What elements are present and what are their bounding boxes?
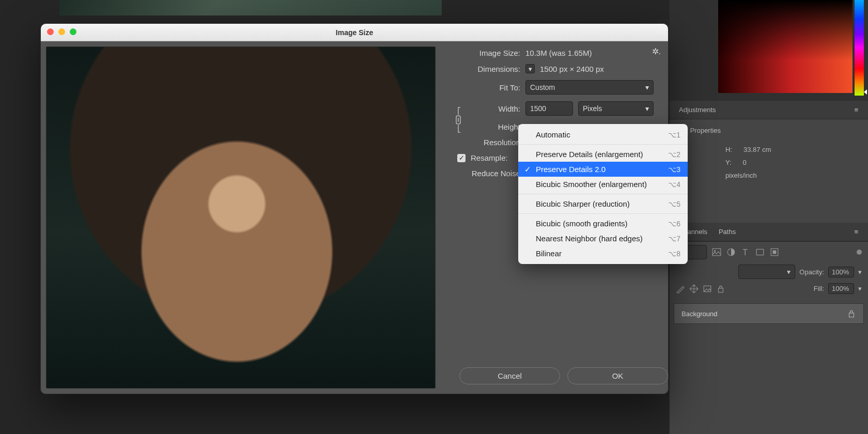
- dimensions-label: Dimensions:: [453, 65, 520, 73]
- filter-shape-icon[interactable]: [755, 247, 765, 257]
- prop-h-value: 33.87 cm: [743, 146, 771, 153]
- resample-label: Resample:: [471, 153, 508, 162]
- fill-value[interactable]: 100%: [828, 283, 854, 294]
- tab-adjustments[interactable]: Adjustments: [676, 103, 719, 117]
- color-picker-panel[interactable]: [670, 0, 868, 101]
- option-label: Preserve Details (enlargement): [536, 150, 643, 159]
- properties-panel: ent Properties H: 33.87 cm Y: 0 pixels/i…: [670, 119, 868, 223]
- resample-option[interactable]: Automatic⌥1: [518, 127, 688, 142]
- preview-pane: [41, 41, 441, 394]
- prop-h-label: H:: [725, 146, 732, 153]
- opacity-step-icon[interactable]: ▾: [858, 268, 862, 276]
- hue-slider[interactable]: [855, 0, 864, 96]
- preview-image[interactable]: [46, 47, 436, 389]
- panel-tabs-layers: Channels Paths ≡: [670, 223, 868, 241]
- layer-name: Background: [681, 310, 717, 318]
- resample-option[interactable]: Bicubic (smooth gradients)⌥6: [518, 216, 688, 231]
- lock-pixels-icon[interactable]: [676, 284, 685, 293]
- opacity-label: Opacity:: [799, 268, 824, 276]
- width-unit-select[interactable]: Pixels▾: [578, 101, 654, 116]
- prop-y-value: 0: [743, 159, 747, 166]
- image-size-value: 10.3M (was 1.65M): [525, 49, 592, 57]
- dimensions-value: 1500 px × 2400 px: [540, 65, 604, 73]
- lock-all-icon[interactable]: [716, 284, 725, 293]
- lock-position-icon[interactable]: [689, 284, 699, 293]
- option-label: Preserve Details 2.0: [536, 165, 606, 174]
- option-shortcut: ⌥4: [668, 180, 680, 189]
- close-icon[interactable]: [47, 28, 54, 35]
- svg-text:T: T: [742, 248, 748, 257]
- filter-type-icon[interactable]: T: [741, 247, 750, 257]
- layer-row[interactable]: Background: [674, 303, 864, 324]
- panel-menu-icon[interactable]: ≡: [851, 103, 862, 117]
- opacity-value[interactable]: 100%: [828, 267, 854, 277]
- minimize-icon[interactable]: [58, 28, 65, 35]
- gear-icon[interactable]: ✲.: [652, 47, 661, 56]
- blend-mode-select[interactable]: ▾: [738, 265, 795, 279]
- svg-rect-0: [712, 249, 721, 256]
- resample-checkbox[interactable]: ✓: [457, 154, 466, 162]
- zoom-icon[interactable]: [70, 28, 76, 35]
- lock-icon: [847, 309, 856, 318]
- resample-option[interactable]: ✓Preserve Details 2.0⌥3: [518, 162, 688, 177]
- option-shortcut: ⌥5: [668, 200, 680, 208]
- option-label: Bilinear: [536, 249, 562, 258]
- svg-rect-9: [849, 313, 854, 317]
- option-shortcut: ⌥6: [668, 220, 680, 228]
- image-size-label: Image Size:: [453, 49, 520, 57]
- opacity-row: ▾ Opacity: 100% ▾: [670, 262, 868, 281]
- option-label: Bicubic Smoother (enlargement): [536, 180, 647, 189]
- option-label: Bicubic (smooth gradients): [536, 219, 628, 228]
- tab-paths[interactable]: Paths: [716, 225, 739, 239]
- resample-option[interactable]: Bicubic Smoother (enlargement)⌥4: [518, 177, 688, 192]
- filter-toggle-icon[interactable]: [857, 250, 862, 255]
- option-shortcut: ⌥2: [668, 150, 680, 159]
- prop-y-label: Y:: [725, 159, 732, 166]
- fit-to-label: Fit To:: [453, 83, 520, 92]
- fit-to-value: Custom: [530, 83, 555, 91]
- option-shortcut: ⌥3: [668, 165, 680, 174]
- resolution-label: Resolution: [453, 138, 520, 147]
- svg-rect-4: [756, 249, 764, 255]
- canvas-peek: [59, 0, 442, 16]
- reduce-noise-label: Reduce Noise: [453, 169, 520, 178]
- ok-button[interactable]: OK: [567, 367, 668, 384]
- dialog-titlebar[interactable]: Image Size: [41, 24, 668, 41]
- option-label: Nearest Neighbor (hard edges): [536, 234, 643, 243]
- lock-nested-icon[interactable]: [703, 284, 712, 293]
- color-field[interactable]: [718, 0, 853, 93]
- layers-filter-row: ▾ T: [670, 241, 868, 262]
- panel-tabs-properties: Adjustments ≡: [670, 101, 868, 119]
- option-label: Automatic: [536, 130, 570, 139]
- resample-option[interactable]: Bicubic Sharper (reduction)⌥5: [518, 196, 688, 211]
- right-panels: Adjustments ≡ ent Properties H: 33.87 cm…: [669, 0, 868, 434]
- svg-rect-8: [719, 288, 723, 292]
- resample-option[interactable]: Nearest Neighbor (hard edges)⌥7: [518, 231, 688, 246]
- panel-menu-icon[interactable]: ≡: [851, 225, 862, 239]
- prop-ppi: pixels/inch: [725, 172, 757, 179]
- resample-option[interactable]: Preserve Details (enlargement)⌥2: [518, 147, 688, 162]
- resample-dropdown[interactable]: Automatic⌥1Preserve Details (enlargement…: [518, 124, 688, 264]
- svg-rect-6: [773, 251, 777, 254]
- filter-smart-icon[interactable]: [770, 247, 779, 257]
- fill-step-icon[interactable]: ▾: [858, 285, 862, 292]
- properties-title: ent Properties: [679, 127, 859, 134]
- fill-row: Fill: 100% ▾: [670, 281, 868, 296]
- filter-image-icon[interactable]: [712, 247, 721, 257]
- resample-option[interactable]: Bilinear⌥8: [518, 246, 688, 261]
- option-shortcut: ⌥1: [668, 131, 680, 139]
- fill-label: Fill:: [814, 285, 824, 292]
- option-label: Bicubic Sharper (reduction): [536, 199, 630, 208]
- fit-to-select[interactable]: Custom▾: [525, 80, 654, 95]
- dialog-title: Image Size: [336, 28, 373, 37]
- option-shortcut: ⌥7: [668, 235, 680, 243]
- option-shortcut: ⌥8: [668, 250, 680, 258]
- filter-adjust-icon[interactable]: [726, 247, 736, 257]
- dimensions-toggle[interactable]: ▾: [525, 64, 535, 73]
- cancel-button[interactable]: Cancel: [459, 367, 560, 384]
- link-dimensions-icon[interactable]: [453, 105, 463, 134]
- svg-point-1: [714, 250, 716, 252]
- width-input[interactable]: 1500: [525, 101, 573, 116]
